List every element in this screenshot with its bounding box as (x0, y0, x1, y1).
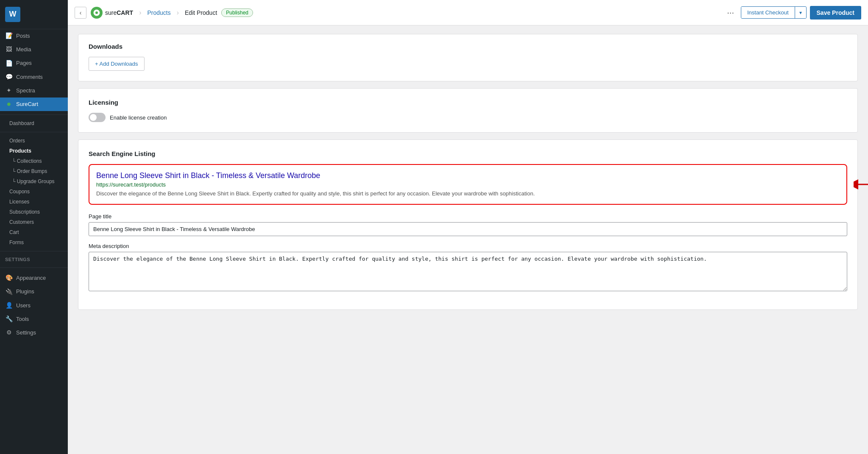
tools-icon: 🔧 (5, 315, 13, 323)
meta-desc-label: Meta description (89, 243, 847, 249)
sidebar-item-surecart[interactable]: ● SureCart (0, 97, 68, 111)
surecart-icon: ● (5, 100, 13, 108)
downloads-card: Downloads + Add Downloads (78, 34, 858, 81)
sidebar-divider-4 (0, 267, 68, 268)
sidebar-item-spectra[interactable]: ✦ Spectra (0, 84, 68, 97)
enable-license-toggle[interactable] (89, 113, 106, 122)
sidebar-item-settings[interactable]: ⚙ Settings (0, 326, 68, 340)
downloads-title: Downloads (89, 43, 847, 50)
license-toggle-wrap: Enable license creation (89, 113, 847, 122)
sidebar-item-coupons[interactable]: Coupons (0, 187, 68, 197)
sidebar-item-products[interactable]: Products (0, 146, 68, 156)
back-button[interactable]: ‹ (75, 7, 86, 19)
sidebar-section-settings: Settings (0, 255, 68, 264)
main-wrapper: ‹ sureCART › Products › Edit Product Pub… (68, 0, 868, 454)
sidebar-item-plugins[interactable]: 🔌 Plugins (0, 285, 68, 298)
more-options-button[interactable]: ··· (723, 6, 737, 19)
meta-desc-textarea[interactable] (89, 252, 847, 291)
media-icon: 🖼 (5, 46, 13, 53)
sidebar-item-orders[interactable]: Orders (0, 136, 68, 146)
licensing-title: Licensing (89, 99, 847, 106)
plugins-icon: 🔌 (5, 288, 13, 295)
sidebar-item-cart[interactable]: Cart (0, 227, 68, 237)
breadcrumb-sep-2: › (177, 9, 179, 17)
sidebar-item-dashboard[interactable]: Dashboard (0, 118, 68, 128)
sidebar-item-order-bumps[interactable]: └ Order Bumps (0, 166, 68, 176)
users-icon: 👤 (5, 302, 13, 309)
surecart-logo: sureCART (91, 7, 133, 19)
sidebar-divider-3 (0, 251, 68, 251)
sidebar-item-posts-label: Posts (16, 32, 30, 40)
sidebar-item-forms[interactable]: Forms (0, 237, 68, 248)
sidebar-divider-1 (0, 114, 68, 115)
sidebar-item-licenses[interactable]: Licenses (0, 197, 68, 207)
sidebar-item-comments-label: Comments (16, 73, 43, 81)
page-title-input[interactable] (89, 222, 847, 236)
sidebar-item-users[interactable]: 👤 Users (0, 299, 68, 312)
topbar-right: ··· Instant Checkout ▾ Save Product (723, 6, 861, 19)
instant-checkout-dropdown-icon[interactable]: ▾ (795, 7, 806, 18)
sidebar-item-comments[interactable]: 💬 Comments (0, 70, 68, 84)
posts-icon: 📝 (5, 32, 13, 40)
sidebar-divider-2 (0, 132, 68, 132)
sidebar-item-media-label: Media (16, 46, 31, 53)
topbar: ‹ sureCART › Products › Edit Product Pub… (68, 0, 868, 25)
page-title-group: Page title (89, 213, 847, 236)
sidebar-item-surecart-label: SureCart (16, 100, 38, 108)
licensing-card: Licensing Enable license creation (78, 88, 858, 133)
seo-preview-box[interactable]: Benne Long Sleeve Shirt in Black - Timel… (89, 164, 847, 205)
settings-icon: ⚙ (5, 329, 13, 337)
sidebar-item-upgrade-groups[interactable]: └ Upgrade Groups (0, 176, 68, 187)
pages-icon: 📄 (5, 59, 13, 67)
sidebar-item-spectra-label: Spectra (16, 87, 35, 95)
sidebar-item-subscriptions[interactable]: Subscriptions (0, 207, 68, 217)
add-downloads-button[interactable]: + Add Downloads (89, 57, 145, 71)
license-toggle-label: Enable license creation (110, 114, 167, 121)
seo-preview-desc: Discover the elegance of the Benne Long … (96, 189, 840, 198)
sidebar-item-collections[interactable]: └ Collections (0, 156, 68, 166)
meta-desc-group: Meta description (89, 243, 847, 292)
sidebar-item-pages-label: Pages (16, 59, 32, 67)
surecart-logo-icon (91, 7, 103, 19)
sidebar-item-media[interactable]: 🖼 Media (0, 43, 68, 56)
instant-checkout-label[interactable]: Instant Checkout (741, 7, 795, 18)
sidebar: W 📝 Posts 🖼 Media 📄 Pages 💬 Comments ✦ S… (0, 0, 68, 454)
breadcrumb-sep-1: › (139, 9, 141, 17)
breadcrumb-products[interactable]: Products (147, 9, 170, 16)
sidebar-item-appearance[interactable]: 🎨 Appearance (0, 271, 68, 285)
breadcrumb-edit-product: Edit Product (185, 9, 217, 16)
sidebar-item-customers[interactable]: Customers (0, 217, 68, 227)
seo-preview-wrap: Benne Long Sleeve Shirt in Black - Timel… (89, 164, 847, 205)
sidebar-item-tools[interactable]: 🔧 Tools (0, 312, 68, 326)
seo-preview-url: https://surecart.test/products (96, 181, 840, 188)
main-content: Downloads + Add Downloads Licensing Enab… (68, 25, 868, 454)
sidebar-item-posts[interactable]: 📝 Posts (0, 29, 68, 43)
seo-title: Search Engine Listing (89, 150, 847, 157)
instant-checkout-button[interactable]: Instant Checkout ▾ (741, 6, 807, 19)
published-badge: Published (221, 8, 253, 17)
appearance-icon: 🎨 (5, 274, 13, 282)
red-arrow-indicator (854, 178, 868, 191)
comments-icon: 💬 (5, 73, 13, 81)
seo-preview-title: Benne Long Sleeve Shirt in Black - Timel… (96, 171, 840, 181)
save-product-button[interactable]: Save Product (810, 6, 861, 19)
page-title-label: Page title (89, 213, 847, 220)
seo-card: Search Engine Listing Benne Long Sleeve … (78, 139, 858, 310)
sidebar-logo-area: W (0, 0, 68, 29)
sidebar-item-surecart-logo: W (5, 3, 63, 25)
surecart-logo-text: sureCART (105, 9, 133, 16)
spectra-icon: ✦ (5, 87, 13, 95)
sidebar-item-pages[interactable]: 📄 Pages (0, 56, 68, 70)
